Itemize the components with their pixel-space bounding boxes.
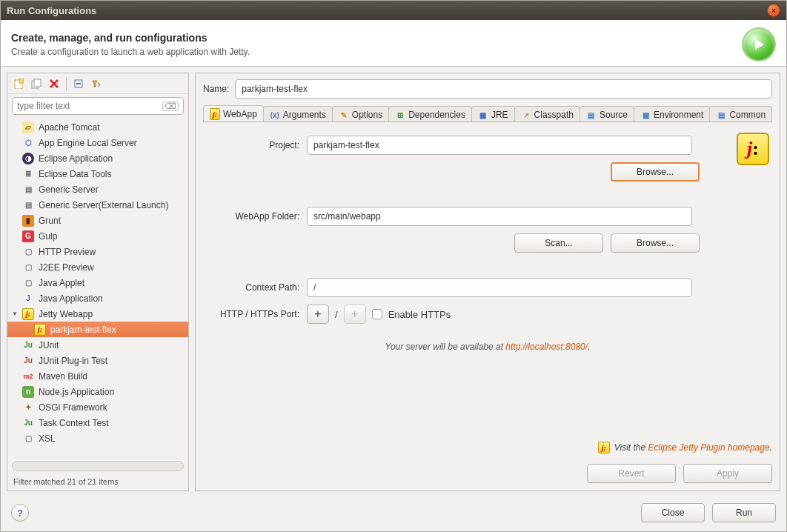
tab-label: Common: [729, 110, 766, 120]
apply-button: Apply: [683, 464, 772, 483]
duplicate-config-icon[interactable]: [28, 76, 44, 92]
tab-dependencies[interactable]: ⊞Dependencies: [388, 106, 472, 122]
tree-item-task-context-test[interactable]: JuTask Context Test: [7, 415, 188, 430]
scan-button[interactable]: Scan...: [514, 233, 603, 253]
tree-item-apache-tomcat[interactable]: ▱Apache Tomcat: [7, 119, 188, 135]
webapp-folder-input[interactable]: [307, 207, 692, 226]
tree-item-parkjam-test-flex[interactable]: j:parkjam-test-flex: [7, 322, 188, 337]
filter-config-icon[interactable]: [88, 76, 104, 92]
tree-item-junit-plug-in-test[interactable]: JuJUnit Plug-in Test: [7, 353, 188, 368]
header-subtitle: Create a configuration to launch a web a…: [11, 47, 742, 57]
tree-item-label: Maven Build: [39, 371, 87, 382]
webapp-folder-label: WebApp Folder:: [210, 211, 299, 222]
homepage-row: j: Visit the Eclipse Jetty Plugin homepa…: [203, 442, 772, 453]
java-icon: J: [22, 293, 34, 305]
tree-item-maven-build[interactable]: m2Maven Build: [7, 368, 188, 384]
close-icon[interactable]: ×: [767, 4, 780, 17]
project-input[interactable]: [307, 136, 692, 155]
tree-item-generic-server-external-launch-[interactable]: ▤Generic Server(External Launch): [7, 197, 188, 213]
filter-input[interactable]: [17, 101, 162, 111]
tree-item-label: Eclipse Application: [39, 153, 113, 164]
homepage-link[interactable]: Eclipse Jetty Plugin homepage: [648, 442, 770, 453]
webapp-browse-button[interactable]: Browse...: [611, 233, 700, 253]
window-title: Run Configurations: [7, 5, 96, 16]
classpath-tab-icon: ↗: [521, 110, 531, 120]
arguments-tab-icon: (x): [270, 110, 280, 120]
tab-source[interactable]: ▤Source: [580, 106, 634, 122]
jetty-icon: j:: [22, 308, 34, 320]
server-url-info: Your server will be availabe at http://l…: [210, 342, 765, 352]
j2ee-icon: ▢: [22, 262, 34, 273]
left-toolbar: [7, 73, 188, 94]
maven-icon: m2: [22, 370, 34, 382]
tree-item-label: Generic Server: [39, 184, 99, 195]
close-button[interactable]: Close: [641, 503, 705, 522]
tab-environment[interactable]: ▦Environment: [634, 106, 710, 122]
tree-item-label: Gulp: [39, 231, 57, 242]
new-config-icon[interactable]: [10, 76, 27, 92]
header-title: Create, manage, and run configurations: [11, 32, 742, 44]
common-tab-icon: ▤: [716, 110, 726, 120]
jetty-logo-icon: j:: [737, 133, 769, 165]
junit-icon: Ju: [22, 339, 34, 351]
tab-label: WebApp: [223, 109, 257, 119]
tree-item-eclipse-data-tools[interactable]: ≣Eclipse Data Tools: [7, 166, 188, 182]
tab-options[interactable]: ✎Options: [332, 106, 389, 122]
tree-item-junit[interactable]: JuJUnit: [7, 337, 188, 353]
header: Create, manage, and run configurations C…: [1, 20, 786, 67]
tab-jre[interactable]: ▦JRE: [471, 106, 515, 122]
run-button[interactable]: Run: [712, 503, 776, 522]
environment-tab-icon: ▦: [640, 110, 651, 120]
tree-item-app-engine-local-server[interactable]: ⬡App Engine Local Server: [7, 135, 188, 150]
name-label: Name:: [203, 84, 229, 94]
tree-item-generic-server[interactable]: ▤Generic Server: [7, 182, 188, 197]
http-port-button[interactable]: +: [307, 305, 329, 324]
svg-rect-2: [19, 79, 24, 83]
server-url-link[interactable]: http://localhost:8080/: [505, 342, 588, 352]
tab-classpath[interactable]: ↗Classpath: [514, 106, 580, 122]
tree-item-label: J2EE Preview: [39, 262, 94, 273]
config-tree[interactable]: ▱Apache Tomcat⬡App Engine Local Server◑E…: [7, 118, 188, 458]
project-browse-button[interactable]: Browse...: [611, 162, 700, 182]
delete-config-icon[interactable]: [46, 76, 62, 92]
revert-button: Revert: [587, 464, 676, 483]
name-input[interactable]: [235, 79, 772, 99]
jetty-icon: j:: [598, 442, 610, 453]
tree-item-java-applet[interactable]: ▢Java Applet: [7, 275, 188, 290]
context-path-input[interactable]: [307, 278, 692, 297]
tree-item-osgi-framework[interactable]: ✦OSGi Framework: [7, 399, 188, 415]
clear-filter-icon[interactable]: ⌫: [162, 102, 179, 111]
tree-item-label: HTTP Preview: [39, 247, 96, 257]
tree-item-jetty-webapp[interactable]: j:Jetty Webapp: [7, 306, 188, 322]
junitplug-icon: Ju: [22, 355, 34, 367]
tab-common[interactable]: ▤Common: [709, 106, 772, 122]
tree-item-node-js-application[interactable]: nNode.js Application: [7, 384, 188, 399]
enable-https-checkbox[interactable]: [372, 309, 382, 319]
applet-icon: ▢: [22, 277, 34, 289]
horizontal-scrollbar[interactable]: [12, 461, 184, 471]
tree-item-j2ee-preview[interactable]: ▢J2EE Preview: [7, 259, 188, 275]
tree-item-eclipse-application[interactable]: ◑Eclipse Application: [7, 150, 188, 166]
jre-tab-icon: ▦: [478, 110, 488, 120]
tree-item-java-application[interactable]: JJava Application: [7, 290, 188, 306]
tree-item-label: XSL: [39, 433, 56, 444]
tab-label: Options: [352, 110, 382, 120]
tree-item-http-preview[interactable]: ▢HTTP Preview: [7, 244, 188, 259]
help-icon[interactable]: ?: [11, 504, 29, 522]
node-icon: n: [22, 386, 34, 398]
tab-label: JRE: [491, 110, 508, 120]
svg-rect-4: [34, 79, 41, 87]
tab-webapp[interactable]: j:WebApp: [203, 105, 264, 122]
collapse-all-icon[interactable]: [70, 76, 87, 92]
tree-item-xsl[interactable]: ▢XSL: [7, 430, 188, 446]
tree-item-gulp[interactable]: GGulp: [7, 228, 188, 244]
tree-item-grunt[interactable]: ▮Grunt: [7, 213, 188, 228]
grunt-icon: ▮: [22, 215, 34, 227]
titlebar: Run Configurations ×: [1, 1, 786, 20]
filter-box[interactable]: ⌫: [12, 97, 184, 115]
eclipse-icon: ◑: [22, 153, 34, 164]
tree-item-label: JUnit Plug-in Test: [39, 356, 107, 366]
tab-arguments[interactable]: (x)Arguments: [263, 106, 333, 122]
source-tab-icon: ▤: [586, 110, 597, 120]
tree-item-label: OSGi Framework: [39, 402, 107, 413]
